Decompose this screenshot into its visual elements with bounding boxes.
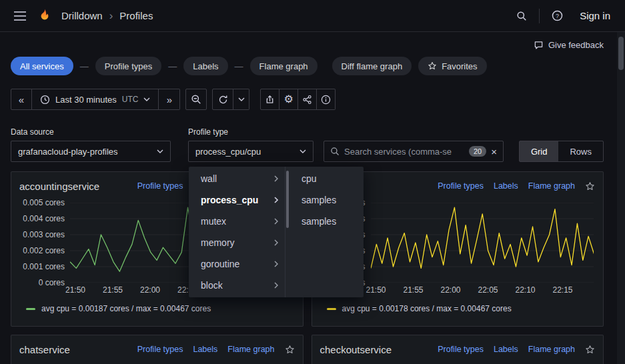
exploration-tabs: All services — Profile types — Labels — … (11, 57, 604, 75)
service-card-chatservice: chatservice Profile types Labels Flame g… (11, 335, 303, 364)
give-feedback-label: Give feedback (548, 40, 604, 50)
menu-item-memory[interactable]: memory (189, 232, 285, 253)
profile-types-link[interactable]: Profile types (438, 181, 484, 191)
help-icon[interactable]: ? (546, 5, 568, 27)
x-axis-tick-label: 22:00 (140, 285, 160, 295)
labels-link[interactable]: Labels (494, 345, 518, 354)
x-axis: 21:5021:5522:0022:0522:1022:15 (371, 285, 594, 296)
settings-gear-icon[interactable]: ⚙ (279, 89, 297, 110)
refresh-options-chevron-icon[interactable] (233, 89, 249, 110)
tab-favorites[interactable]: Favorites (418, 57, 486, 75)
timezone-label: UTC (122, 95, 139, 104)
flame-graph-link[interactable]: Flame graph (528, 181, 575, 191)
profile-type-select[interactable]: process_cpu/cpu (188, 141, 314, 162)
tab-separator: — (168, 61, 177, 71)
x-axis-tick-label: 22:05 (478, 285, 498, 295)
y-axis-tick-label: 0.005 cores (11, 199, 65, 207)
profile-types-link[interactable]: Profile types (137, 345, 183, 354)
breadcrumb-app[interactable]: Drilldown (61, 10, 103, 21)
chevron-right-icon (274, 197, 278, 203)
series-legend[interactable]: avg cpu = 0.00178 cores / max = 0.00467 … (327, 304, 512, 313)
layout-grid-option[interactable]: Grid (520, 141, 559, 161)
series-legend[interactable]: avg cpu = 0.00187 cores / max = 0.00467 … (26, 304, 211, 313)
menu-item-label: goroutine (201, 259, 239, 269)
tab-labels[interactable]: Labels (183, 57, 227, 75)
profile-type-menu: wall process_cpu mutex memory (189, 167, 364, 297)
chevron-right-icon (274, 239, 278, 246)
labels-link[interactable]: Labels (494, 181, 518, 191)
y-axis-tick-label: 0.003 cores (11, 231, 65, 239)
window-scrollbar[interactable] (617, 32, 625, 364)
sign-in-button[interactable]: Sign in (574, 7, 616, 24)
menu-item-wall[interactable]: wall (189, 168, 285, 189)
give-feedback-button[interactable]: Give feedback (534, 40, 604, 50)
profile-type-value: process_cpu/cpu (195, 147, 261, 157)
profile-types-link[interactable]: Profile types (438, 345, 484, 354)
menu-option-cpu[interactable]: cpu (285, 168, 364, 189)
breadcrumb: Drilldown › Profiles (61, 10, 153, 21)
services-search-input[interactable] (344, 147, 464, 157)
refresh-icon[interactable] (212, 89, 233, 110)
clear-search-icon[interactable]: × (491, 147, 497, 157)
time-shift-back-icon[interactable]: « (11, 89, 32, 110)
tab-all-services[interactable]: All services (11, 57, 73, 75)
hamburger-menu-icon[interactable] (9, 5, 31, 27)
navbar-right: ? Sign in (511, 5, 616, 27)
tab-label: Diff flame graph (342, 61, 403, 71)
legend-label: avg cpu = 0.00178 cores / max = 0.00467 … (342, 304, 512, 313)
tab-label: Favorites (442, 61, 477, 71)
flame-graph-link[interactable]: Flame graph (528, 345, 575, 354)
flame-graph-link[interactable]: Flame graph (227, 345, 274, 354)
top-navbar: Drilldown › Profiles ? Sign in (0, 0, 625, 32)
tab-diff-flame-graph[interactable]: Diff flame graph (332, 57, 412, 75)
profile-type-groups: wall process_cpu mutex memory (189, 167, 285, 297)
grafana-logo[interactable] (35, 6, 55, 26)
profile-type-options: cpu samples samples (285, 167, 364, 297)
chevron-right-icon (274, 261, 278, 267)
menu-scrollbar-thumb[interactable] (286, 171, 289, 228)
profile-types-link[interactable]: Profile types (137, 181, 183, 191)
filters-bar: Data source grafanacloud-play-profiles P… (11, 127, 604, 162)
menu-item-mutex[interactable]: mutex (189, 211, 285, 232)
tab-flame-graph[interactable]: Flame graph (250, 57, 318, 75)
menu-item-process-cpu[interactable]: process_cpu (189, 189, 285, 211)
layout-rows-option[interactable]: Rows (558, 141, 603, 161)
export-icon[interactable] (260, 89, 279, 110)
time-range-picker[interactable]: Last 30 minutes UTC (32, 89, 159, 110)
menu-item-block[interactable]: block (189, 275, 285, 296)
scrollbar-thumb[interactable] (618, 37, 624, 70)
x-axis-tick-label: 22:15 (552, 285, 572, 295)
datasource-value: grafanacloud-play-profiles (18, 147, 118, 157)
menu-option-samples[interactable]: samples (285, 189, 364, 211)
y-axis: 0.005 cores0.004 cores0.003 cores0.002 c… (11, 199, 70, 287)
search-icon (330, 147, 340, 156)
y-axis-tick-label: 0 cores (11, 279, 65, 287)
datasource-select[interactable]: grafanacloud-play-profiles (11, 141, 171, 162)
menu-option-samples[interactable]: samples (285, 211, 364, 232)
x-axis-tick-label: 22:00 (440, 285, 460, 295)
legend-label: avg cpu = 0.00187 cores / max = 0.00467 … (41, 304, 211, 313)
time-shift-forward-icon[interactable]: » (159, 89, 180, 110)
time-range-label: Last 30 minutes (55, 95, 117, 105)
tab-label: All services (20, 61, 64, 71)
search-icon[interactable] (511, 5, 532, 27)
favorite-star-icon[interactable] (585, 345, 595, 355)
breadcrumb-page[interactable]: Profiles (119, 10, 153, 21)
zoom-out-icon[interactable] (185, 89, 207, 110)
profile-type-label: Profile type (188, 127, 314, 137)
info-icon[interactable] (317, 89, 336, 110)
share-icon[interactable] (298, 89, 317, 110)
labels-link[interactable]: Labels (193, 345, 217, 354)
x-axis-tick-label: 22:10 (515, 285, 535, 295)
favorite-star-icon[interactable] (285, 345, 295, 355)
service-title: chatservice (19, 344, 70, 355)
menu-item-label: process_cpu (201, 195, 258, 205)
svg-text:?: ? (556, 13, 559, 19)
favorite-star-icon[interactable] (585, 181, 595, 191)
tab-label: Flame graph (259, 61, 308, 71)
y-axis-tick-label: 0.004 cores (11, 215, 65, 223)
menu-item-goroutine[interactable]: goroutine (189, 253, 285, 275)
x-axis-tick-label: 21:55 (403, 285, 423, 295)
service-title: checkoutservice (320, 344, 392, 355)
tab-profile-types[interactable]: Profile types (95, 57, 162, 75)
